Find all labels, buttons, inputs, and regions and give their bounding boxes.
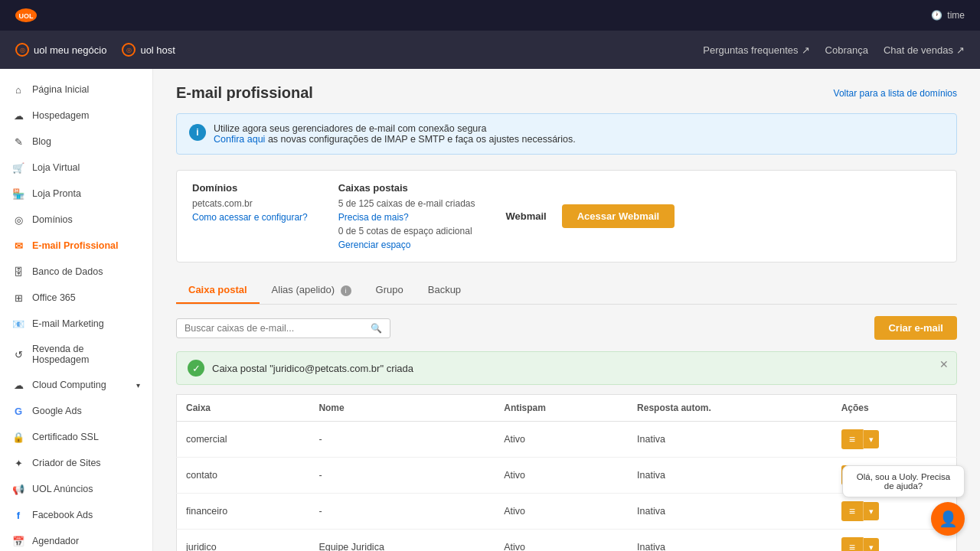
action-dropdown-button[interactable] (864, 430, 879, 448)
sidebar-item-hospedagem[interactable]: ☁ Hospedagem (0, 103, 152, 129)
table-row: contato - Ativo Inativa (177, 458, 957, 494)
sidebar-item-email-marketing[interactable]: 📧 E-mail Marketing (0, 311, 152, 337)
create-email-button[interactable]: Criar e-mail (874, 316, 957, 340)
col-acoes: Ações (832, 395, 957, 422)
manage-space-link[interactable]: Gerenciar espaço (338, 240, 411, 250)
dominios-icon: ◎ (12, 214, 24, 226)
brand-icon-2: ◎ (122, 43, 136, 57)
domains-stat: Domínios petcats.com.br Como acessar e c… (192, 182, 308, 250)
dropdown-arrow-icon (869, 542, 874, 551)
faq-link[interactable]: Perguntas frequentes ↗ (703, 44, 809, 56)
loja-virtual-icon: 🛒 (12, 161, 24, 174)
col-nome: Nome (309, 395, 495, 422)
sidebar-item-criador-sites[interactable]: ✦ Criador de Sites (0, 450, 152, 476)
close-success-button[interactable]: ✕ (939, 358, 949, 370)
hosting-icon: ☁ (12, 109, 24, 122)
action-dropdown-button[interactable] (864, 538, 879, 551)
table-row: financeiro - Ativo Inativa (177, 494, 957, 530)
chat-bubble: Olá, sou a Uoly. Precisa de ajuda? (842, 465, 965, 497)
table-row: comercial - Ativo Inativa (177, 422, 957, 458)
domain-config-link[interactable]: Como acessar e configurar? (192, 212, 308, 223)
col-resposta: Resposta autom. (628, 395, 832, 422)
agendador-icon: 📅 (12, 535, 24, 547)
sidebar-item-loja-virtual[interactable]: 🛒 Loja Virtual (0, 155, 152, 181)
space-used: 0 de 5 cotas de espaço adicional (338, 226, 475, 236)
loja-pronta-icon: 🏪 (12, 187, 24, 200)
alias-info-icon[interactable]: i (341, 285, 351, 296)
col-antispam: Antispam (495, 395, 628, 422)
sidebar-item-email-profissional[interactable]: ✉ E-mail Profissional (0, 233, 152, 259)
sidebar-item-cloud-computing[interactable]: ☁ Cloud Computing ▾ (0, 372, 152, 398)
uol-icon: UOL (15, 8, 37, 22)
navbar-brand-meu-negocio[interactable]: ◎ uol meu negócio (15, 43, 106, 57)
sidebar-item-blog[interactable]: ✎ Blog (0, 129, 152, 155)
home-icon: ⌂ (12, 83, 24, 96)
back-to-domains-link[interactable]: Voltar para a lista de domínios (834, 88, 957, 99)
nav-bar: ◎ uol meu negócio ◎ uol host Perguntas f… (0, 31, 980, 69)
domains-label: Domínios (192, 182, 308, 194)
access-webmail-button[interactable]: Acessar Webmail (562, 204, 675, 228)
uol-logo: UOL (15, 8, 37, 22)
sidebar-item-office365[interactable]: ⊞ Office 365 (0, 285, 152, 311)
clock-icon: 🕐 (931, 10, 942, 21)
need-more-link[interactable]: Precisa de mais? (338, 212, 409, 223)
sidebar-item-loja-pronta[interactable]: 🏪 Loja Pronta (0, 181, 152, 207)
sidebar-item-facebook-ads[interactable]: f Facebook Ads (0, 502, 152, 528)
tab-alias[interactable]: Alias (apelido) i (260, 278, 364, 304)
confira-aqui-link[interactable]: Confira aqui (214, 134, 265, 145)
sidebar-item-ssl[interactable]: 🔒 Certificado SSL (0, 424, 152, 450)
search-icon: 🔍 (371, 323, 382, 334)
svg-text:UOL: UOL (19, 12, 34, 20)
cell-resposta: Inativa (628, 458, 832, 494)
chevron-down-icon: ▾ (136, 381, 140, 390)
success-text: Caixa postal "juridico@petcats.com.br" c… (212, 363, 413, 374)
sales-chat-link[interactable]: Chat de vendas ↗ (884, 44, 965, 56)
chat-avatar-icon: 👤 (939, 510, 958, 528)
brand1-label: uol meu negócio (34, 44, 106, 56)
navbar-links: Perguntas frequentes ↗ Cobrança Chat de … (703, 44, 965, 56)
cell-caixa: financeiro (177, 494, 310, 530)
navbar-brand-host[interactable]: ◎ uol host (122, 43, 175, 57)
topbar-time: 🕐 time (931, 10, 965, 21)
navbar-brands: ◎ uol meu negócio ◎ uol host (15, 43, 175, 57)
ssl-icon: 🔒 (12, 431, 24, 443)
sites-icon: ✦ (12, 457, 24, 469)
success-message: ✓ Caixa postal "juridico@petcats.com.br"… (176, 351, 957, 385)
action-menu-button[interactable] (841, 429, 864, 449)
brand-icon-1: ◎ (15, 43, 29, 57)
tab-backup[interactable]: Backup (416, 278, 473, 304)
tab-caixa-postal[interactable]: Caixa postal (176, 278, 260, 304)
sidebar-item-dominios[interactable]: ◎ Domínios (0, 207, 152, 233)
cell-resposta: Inativa (628, 494, 832, 530)
chat-avatar-button[interactable]: 👤 (931, 502, 965, 536)
cell-caixa: comercial (177, 422, 310, 458)
dropdown-arrow-icon (869, 434, 874, 445)
action-menu-button[interactable] (841, 537, 864, 551)
sidebar-item-google-ads[interactable]: G Google Ads (0, 398, 152, 424)
sidebar-item-banco-dados[interactable]: 🗄 Banco de Dados (0, 259, 152, 285)
info-text-after: as novas configurações de IMAP e SMTP e … (268, 134, 576, 145)
email-prof-icon: ✉ (12, 240, 24, 252)
webmail-section: Webmail Acessar Webmail (506, 182, 675, 250)
cell-nome: - (309, 422, 495, 458)
sidebar-item-pagina-inicial[interactable]: ⌂ Página Inicial (0, 77, 152, 103)
sales-chat-label: Chat de vendas (884, 44, 953, 56)
sidebar-item-revenda[interactable]: ↺ Revenda de Hospedagem (0, 337, 152, 372)
search-input[interactable] (185, 323, 366, 334)
sidebar: ⌂ Página Inicial ☁ Hospedagem ✎ Blog 🛒 L… (0, 69, 153, 551)
cell-antispam: Ativo (495, 422, 628, 458)
email-tabs: Caixa postal Alias (apelido) i Grupo Bac… (176, 278, 957, 305)
billing-link[interactable]: Cobrança (825, 44, 868, 56)
table-header: Caixa Nome Antispam Resposta autom. Açõe… (177, 395, 957, 422)
sidebar-item-agendador[interactable]: 📅 Agendador (0, 528, 152, 551)
search-create-row: 🔍 Criar e-mail (176, 316, 957, 340)
search-box[interactable]: 🔍 (176, 318, 390, 338)
tab-grupo[interactable]: Grupo (364, 278, 416, 304)
cell-caixa: contato (177, 458, 310, 494)
sidebar-item-uol-anuncios[interactable]: 📢 UOL Anúncios (0, 476, 152, 502)
info-banner: i Utilize agora seus gerenciadores de e-… (176, 113, 957, 155)
blog-icon: ✎ (12, 135, 24, 148)
email-table: Caixa Nome Antispam Resposta autom. Açõe… (176, 394, 957, 551)
cell-antispam: Ativo (495, 458, 628, 494)
office365-icon: ⊞ (12, 292, 24, 304)
